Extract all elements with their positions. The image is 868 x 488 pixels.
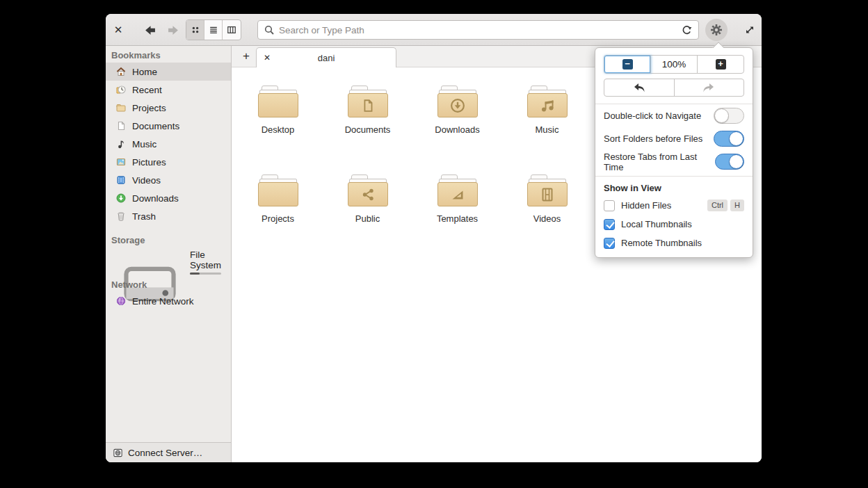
folder-label: Downloads <box>435 124 479 135</box>
sidebar-item-videos[interactable]: Videos <box>106 171 231 189</box>
checkbox-label: Hidden Files <box>621 200 671 211</box>
fullscreen-button[interactable] <box>739 19 761 41</box>
refresh-icon[interactable] <box>681 24 693 36</box>
file-manager-window: ✕ <box>106 14 762 462</box>
sidebar-item-downloads[interactable]: Downloads <box>106 189 231 207</box>
video-icon <box>115 174 127 186</box>
sidebar-item-recent[interactable]: Recent <box>106 81 231 99</box>
tab-dani[interactable]: ✕ dani <box>256 47 396 67</box>
sidebar-item-home[interactable]: Home <box>106 63 231 81</box>
folder-icon <box>258 174 298 206</box>
folder-public[interactable]: Public <box>323 156 412 245</box>
download-glyph-icon <box>449 97 467 115</box>
remote-thumbnails-row[interactable]: Remote Thumbnails <box>595 234 753 252</box>
zoom-in-icon: + <box>716 59 726 70</box>
sidebar-item-music[interactable]: Music <box>106 135 231 153</box>
sidebar-item-documents[interactable]: Documents <box>106 117 231 135</box>
folder-music[interactable]: Music <box>502 67 592 156</box>
folder-downloads[interactable]: Downloads <box>412 67 502 156</box>
sidebar-item-pictures[interactable]: Pictures <box>106 153 231 171</box>
hidden-files-row[interactable]: Hidden Files Ctrl H <box>595 196 753 215</box>
redo-button[interactable] <box>675 79 744 96</box>
folder-grid: Desktop Documents <box>233 67 592 245</box>
search-icon <box>264 24 275 35</box>
folder-templates[interactable]: Templates <box>412 156 502 245</box>
folder-icon <box>527 86 568 117</box>
film-glyph-icon <box>539 186 556 204</box>
show-in-view-title: Show in View <box>595 177 753 196</box>
expand-icon <box>744 24 755 35</box>
folder-icon <box>527 174 568 206</box>
folder-icon <box>437 86 478 117</box>
zoom-out-icon: − <box>622 59 633 70</box>
music-glyph-icon <box>539 97 556 114</box>
bookmarks-header: Bookmarks <box>106 46 231 63</box>
list-view-button[interactable] <box>204 20 223 40</box>
restore-tabs-toggle[interactable] <box>715 154 744 170</box>
column-view-icon <box>227 25 236 35</box>
toggle-row-double-click: Double-click to Navigate <box>595 104 753 127</box>
picture-icon <box>115 156 127 168</box>
forward-button[interactable] <box>164 19 182 41</box>
toggle-label: Restore Tabs from Last Time <box>604 152 715 172</box>
folder-label: Desktop <box>262 124 295 135</box>
toggle-label: Double-click to Navigate <box>604 111 701 121</box>
settings-menu-button[interactable] <box>705 19 728 41</box>
grid-view-button[interactable] <box>186 20 204 40</box>
sidebar-item-label: Trash <box>132 211 156 222</box>
folder-label: Templates <box>437 213 478 224</box>
undo-button[interactable] <box>604 79 675 96</box>
toggle-row-restore-tabs: Restore Tabs from Last Time <box>595 150 753 173</box>
sidebar-item-label: Downloads <box>132 193 179 204</box>
folder-documents[interactable]: Documents <box>323 67 412 156</box>
folder-label: Documents <box>345 124 391 135</box>
sidebar-item-label: Home <box>132 67 157 77</box>
new-tab-button[interactable]: + <box>237 46 255 67</box>
sidebar-item-file-system[interactable]: File System <box>106 247 231 270</box>
music-note-icon <box>115 138 127 149</box>
back-button[interactable] <box>140 19 159 41</box>
folder-videos[interactable]: Videos <box>502 156 592 245</box>
undo-icon <box>632 81 646 94</box>
connect-server-button[interactable]: Connect Server… <box>106 442 231 462</box>
folder-projects[interactable]: Projects <box>233 156 323 245</box>
kbd-ctrl: Ctrl <box>707 200 728 211</box>
sidebar-item-label: Documents <box>132 121 179 131</box>
sidebar-item-label: Videos <box>132 175 161 186</box>
forward-arrow-icon <box>167 24 180 36</box>
zoom-control: − 100% + <box>604 55 744 74</box>
local-thumbnails-checkbox[interactable] <box>604 219 615 230</box>
tab-close-button[interactable]: ✕ <box>257 53 278 63</box>
recent-clock-icon <box>115 84 127 95</box>
sort-folders-toggle[interactable] <box>714 131 744 147</box>
sidebar-item-label: Projects <box>132 103 166 113</box>
search-input[interactable] <box>279 25 681 35</box>
path-search-field[interactable] <box>257 20 699 40</box>
folder-icon <box>115 102 127 113</box>
folder-icon <box>348 174 388 206</box>
sidebar-item-label: Music <box>132 139 156 149</box>
sidebar-item-projects[interactable]: Projects <box>106 99 231 117</box>
column-view-button[interactable] <box>223 20 241 40</box>
hidden-files-checkbox[interactable] <box>604 200 615 211</box>
view-switcher <box>186 19 241 40</box>
zoom-in-button[interactable]: + <box>698 56 744 73</box>
grid-view-icon <box>191 25 200 35</box>
window-close-button[interactable]: ✕ <box>110 19 127 41</box>
double-click-toggle[interactable] <box>714 108 744 124</box>
remote-thumbnails-checkbox[interactable] <box>604 238 615 249</box>
download-icon <box>115 193 127 204</box>
folder-label: Projects <box>262 213 294 224</box>
folder-desktop[interactable]: Desktop <box>233 67 323 156</box>
settings-popover: − 100% + <box>595 47 753 258</box>
sidebar-item-trash[interactable]: Trash <box>106 207 231 225</box>
local-thumbnails-row[interactable]: Local Thumbnails <box>595 215 753 234</box>
zoom-out-button[interactable]: − <box>604 56 651 73</box>
kbd-h: H <box>730 200 744 211</box>
folder-icon <box>258 86 298 117</box>
zoom-level: 100% <box>651 56 698 73</box>
folder-label: Music <box>536 124 559 135</box>
folder-label: Videos <box>533 213 561 224</box>
back-arrow-icon <box>143 24 156 36</box>
home-icon <box>115 66 127 77</box>
